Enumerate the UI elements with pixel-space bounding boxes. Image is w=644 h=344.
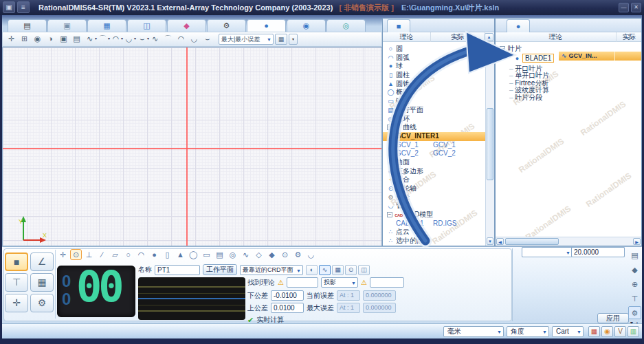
upper-tol-input[interactable]: 0.0100 [271, 303, 304, 313]
titlebar-tool-icon[interactable] [549, 2, 559, 12]
toolbar-icon[interactable]: ✛ [5, 34, 17, 45]
main-tab[interactable]: ● [247, 19, 286, 32]
view-toggle-button[interactable]: ◫ [358, 265, 370, 275]
tree-item[interactable]: CADM_1 RD.IGS [383, 219, 487, 228]
geometry-type-button[interactable]: ◡ [305, 249, 317, 260]
param-input[interactable]: 20.0000 [571, 247, 625, 257]
tree-item[interactable]: ▭键槽 [383, 97, 487, 106]
main-tab[interactable]: ◆ [167, 19, 206, 32]
minimize-button[interactable]: — [619, 3, 629, 12]
menu-icon[interactable]: ≡ [17, 1, 30, 13]
toolbar-icon[interactable]: ▤ [71, 34, 82, 45]
toolbar-icon[interactable]: ◑ [45, 34, 56, 45]
geometry-type-button[interactable]: ⊙ [279, 249, 291, 260]
toolbar-icon[interactable]: ⌣ [201, 34, 213, 45]
collapse-button[interactable]: ▲ [485, 33, 493, 41]
side-tool-button[interactable]: ▤ [628, 248, 641, 261]
geometry-type-button[interactable]: ○ [122, 249, 134, 260]
toolbar-icon[interactable]: ◡ [188, 34, 200, 45]
name-input[interactable]: PT1 [155, 265, 200, 275]
toolbar-icon[interactable]: ◠ [175, 34, 187, 45]
toolbar-icon[interactable]: ◠▾ [110, 34, 122, 45]
tree-item[interactable]: ∴选中的点云 [383, 237, 487, 246]
geometry-type-button[interactable]: ◎ [227, 249, 238, 260]
projection-dropdown[interactable]: 投影 ▼ [321, 277, 358, 288]
side-tool-button[interactable]: ⊕ [628, 277, 641, 290]
view-toggle-button[interactable]: ∿ [319, 265, 331, 275]
titlebar-tool-icon[interactable] [592, 2, 603, 12]
main-tab[interactable]: ◉ [287, 19, 326, 32]
expander-icon[interactable]: − [387, 212, 392, 217]
titlebar-tool-icon[interactable] [564, 2, 574, 12]
geometry-type-button[interactable]: ∿ [240, 249, 252, 260]
status-icon-button[interactable]: V [614, 326, 626, 337]
mode-button[interactable]: ∠ [30, 252, 54, 271]
toolbar-icon[interactable]: ⌣▾ [136, 34, 148, 45]
tree-scrollbar[interactable]: ▼ [485, 42, 494, 246]
geometry-type-button[interactable]: ● [148, 249, 160, 260]
toolbar-icon[interactable]: ⌒▾ [97, 34, 109, 45]
toolbar-icon[interactable]: ◉ [32, 34, 43, 45]
tree-item[interactable]: +组合 [383, 175, 487, 184]
find-theory-input[interactable] [287, 277, 318, 288]
tree-item[interactable]: ◎圆环 [383, 115, 487, 124]
tree-item[interactable]: ⊙凸轮轴 [383, 184, 487, 193]
geometry-type-button[interactable]: ⊙ [70, 249, 82, 260]
toolbar-more-button[interactable]: ▾ [289, 34, 298, 45]
side-tool-button[interactable]: ◆ [628, 263, 641, 276]
geometry-type-button[interactable]: ▯ [162, 249, 173, 260]
tree-item[interactable]: GCV_2 GCV_2 [383, 149, 487, 158]
scrollbar-thumb[interactable] [487, 108, 493, 180]
tree-item[interactable]: ▲圆锥 [383, 80, 487, 89]
view-toggle-button[interactable]: ▦ [332, 265, 344, 275]
view-toggle-button[interactable]: ⊙ [345, 265, 357, 275]
blade-hscrollbar[interactable]: ◀ ▶ [496, 237, 641, 246]
close-button[interactable]: ✕ [631, 3, 641, 12]
mode-button[interactable]: ■ [5, 252, 28, 271]
tree-item[interactable]: GCV_1 GCV_1 [383, 141, 487, 150]
measurement-canvas[interactable]: Y X [2, 47, 382, 246]
tree-item[interactable]: ●球 [383, 62, 487, 71]
main-tab[interactable]: ◫ [127, 19, 166, 32]
geometry-type-button[interactable]: ◆ [266, 249, 278, 260]
tree-item[interactable]: −∿曲线 [383, 123, 487, 132]
tree-item[interactable]: ▯圆柱 [383, 71, 487, 80]
column-theory[interactable]: 理论 [496, 32, 617, 42]
column-theory[interactable]: 理论 [383, 32, 431, 42]
geometry-type-button[interactable]: ⊥ [83, 249, 95, 260]
geometry-type-button[interactable]: ▲ [175, 249, 186, 260]
view-toggle-button[interactable]: ◐ [306, 265, 318, 275]
tree-item[interactable]: ◠圆弧 [383, 54, 487, 63]
tree-item[interactable]: ◡管道 [383, 202, 487, 211]
coord-dropdown[interactable]: Cart ▼ [552, 326, 584, 337]
scroll-left-icon[interactable]: ◀ [496, 238, 504, 245]
tree-item[interactable]: ○圆 [383, 45, 487, 54]
mode-button[interactable]: ▦ [30, 273, 54, 292]
scrollbar-thumb[interactable] [505, 238, 559, 245]
error-mode-dropdown[interactable]: 最大|最小误差 ▼ [219, 34, 274, 45]
app-icon[interactable]: ▣ [3, 1, 15, 13]
scroll-down-icon[interactable]: ▼ [487, 237, 493, 245]
toolbar-icon[interactable]: ▣ [58, 34, 69, 45]
scroll-right-icon[interactable]: ▶ [633, 238, 641, 245]
geometry-tab[interactable]: ■ [387, 19, 410, 32]
param-dropdown[interactable]: ▼ [522, 247, 573, 257]
apply-button[interactable]: 应用 [597, 313, 629, 323]
toolbar-icon[interactable]: ⌒ [162, 34, 174, 45]
column-actual[interactable]: 实际 [617, 32, 642, 42]
tree-item[interactable]: 叶片分段 [496, 94, 633, 101]
side-tool-button[interactable]: ⚙ [628, 306, 641, 319]
side-tool-button[interactable]: ⊤ [628, 292, 641, 305]
expander-icon[interactable]: − [500, 46, 505, 52]
tree-item[interactable]: GCV_INTER1 [383, 132, 487, 141]
blade-tab[interactable]: ● [507, 19, 530, 32]
geometry-type-button[interactable]: ◇ [253, 249, 265, 260]
angle-dropdown[interactable]: 角度 ▼ [507, 326, 549, 337]
geometry-type-button[interactable]: ∕ [96, 249, 108, 260]
tree-item[interactable]: ⚙齿轮 [383, 193, 487, 202]
main-tab[interactable]: ▣ [47, 19, 87, 32]
mode-button[interactable]: ⚙ [30, 294, 54, 312]
status-icon-button[interactable]: ▥ [628, 326, 639, 337]
column-actual[interactable]: 实际 [431, 32, 485, 42]
mode-button[interactable]: ⊤ [5, 273, 28, 292]
